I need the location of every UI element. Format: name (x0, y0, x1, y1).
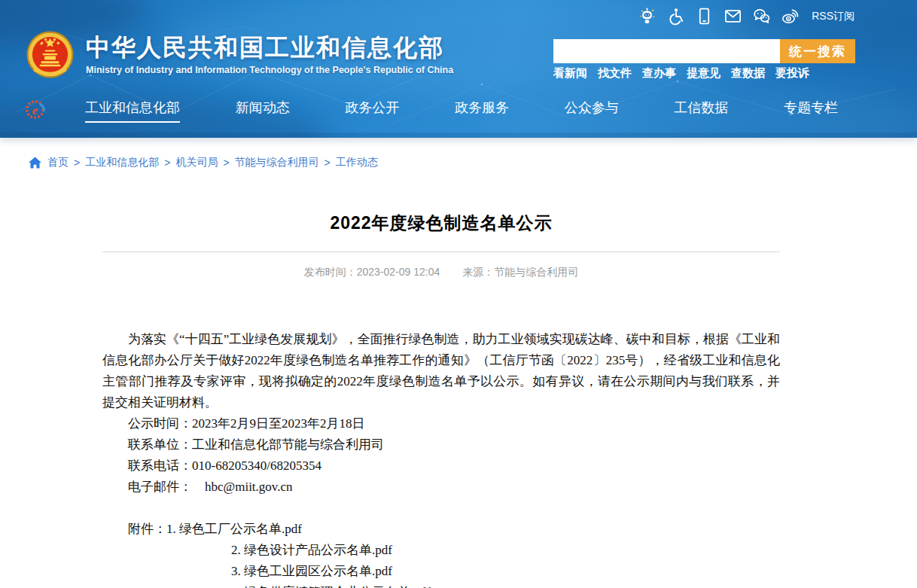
breadcrumb-departments[interactable]: 机关司局 (175, 156, 218, 169)
quick-link-news[interactable]: 看新闻 (553, 66, 587, 81)
nav-item-industry-data[interactable]: 工信数据 (674, 99, 728, 123)
unified-search-button[interactable]: 统一搜索 (780, 39, 855, 63)
weibo-icon[interactable] (781, 7, 800, 26)
article-content: 2022年度绿色制造名单公示 发布时间：2023-02-09 12:04来源：节… (102, 212, 780, 588)
article-body: 为落实《“十四五”工业绿色发展规划》，全面推行绿色制造，助力工业领域实现碳达峰、… (102, 329, 780, 588)
attachment-link-3[interactable]: 3. 绿色工业园区公示名单.pdf (102, 561, 780, 582)
breadcrumb-separator: > (74, 157, 80, 169)
svg-text:e: e (32, 102, 38, 117)
contact-email-line: 电子邮件： hbc@miit.gov.cn (102, 477, 780, 498)
breadcrumb: 首页 > 工业和信息化部 > 机关司局 > 节能与综合利用司 > 工作动态 (0, 138, 917, 175)
home-icon[interactable] (29, 157, 41, 169)
attachments-list: 附件：1. 绿色工厂公示名单.pdf 2. 绿色设计产品公示名单.pdf 3. … (102, 519, 780, 588)
breadcrumb-separator: > (223, 157, 229, 169)
mobile-icon[interactable] (695, 7, 714, 26)
attachment-link-1[interactable]: 1. 绿色工厂公示名单.pdf (166, 522, 302, 536)
breadcrumb-miit[interactable]: 工业和信息化部 (85, 156, 159, 169)
breadcrumb-separator: > (164, 157, 170, 169)
miit-e-logo-icon: e (22, 96, 50, 123)
nav-item-gov-services[interactable]: 政务服务 (455, 99, 509, 123)
nav-item-special-topics[interactable]: 专题专栏 (784, 99, 838, 123)
publish-time: 发布时间：2023-02-09 12:04 (304, 266, 440, 278)
quick-link-data[interactable]: 查数据 (731, 66, 765, 81)
page-title: 2022年度绿色制造名单公示 (102, 212, 780, 235)
article-meta: 发布时间：2023-02-09 12:04来源：节能与综合利用司 (102, 266, 780, 279)
article-paragraph: 为落实《“十四五”工业绿色发展规划》，全面推行绿色制造，助力工业领域实现碳达峰、… (102, 329, 780, 413)
search-box: 统一搜索 (553, 39, 855, 63)
quick-link-complaints[interactable]: 要投诉 (775, 66, 809, 81)
title-divider (102, 251, 780, 252)
quick-link-suggestions[interactable]: 提意见 (687, 66, 720, 81)
breadcrumb-home[interactable]: 首页 (47, 156, 69, 169)
national-emblem-logo (26, 31, 74, 78)
nav-item-miit[interactable]: 工业和信息化部 (85, 99, 180, 123)
publicity-period-line: 公示时间：2023年2月9日至2023年2月18日 (102, 413, 780, 434)
attachment-row: 附件：1. 绿色工厂公示名单.pdf (102, 519, 780, 540)
site-header: RSS订阅 中华人民共和国工业和信息化部 Ministr (0, 0, 917, 138)
rss-subscribe-link[interactable]: RSS订阅 (812, 10, 855, 23)
breadcrumb-work-updates[interactable]: 工作动态 (336, 156, 378, 169)
quick-links: 看新闻 找文件 查办事 提意见 查数据 要投诉 (553, 66, 809, 81)
attachment-link-4[interactable]: 4. 绿色供应链管理企业公示名单.pdf (102, 582, 780, 588)
robot-assistant-icon[interactable] (638, 7, 657, 26)
breadcrumb-separator: > (324, 157, 331, 169)
attachment-link-2[interactable]: 2. 绿色设计产品公示名单.pdf (102, 540, 780, 561)
quick-link-services[interactable]: 查办事 (642, 66, 676, 81)
breadcrumb-energy-dept[interactable]: 节能与综合利用司 (235, 156, 319, 169)
search-input[interactable] (553, 39, 780, 63)
article-source: 来源：节能与综合利用司 (462, 266, 578, 278)
accessibility-icon[interactable] (666, 7, 685, 26)
nav-item-public-participation[interactable]: 公众参与 (565, 99, 619, 123)
wechat-icon[interactable] (752, 7, 771, 26)
nav-item-gov-affairs[interactable]: 政务公开 (345, 99, 399, 123)
site-brand[interactable]: 中华人民共和国工业和信息化部 Ministry of Industry and … (26, 31, 453, 78)
nav-item-news[interactable]: 新闻动态 (236, 99, 290, 123)
quick-link-documents[interactable]: 找文件 (598, 66, 632, 81)
contact-unit-line: 联系单位：工业和信息化部节能与综合利用司 (102, 434, 780, 455)
attachments-label: 附件： (128, 522, 166, 536)
main-nav: 工业和信息化部 新闻动态 政务公开 政务服务 公众参与 工信数据 专题专栏 (85, 99, 838, 123)
brand-text: 中华人民共和国工业和信息化部 Ministry of Industry and … (86, 34, 453, 75)
topbar-utility-links: RSS订阅 (638, 7, 855, 26)
ministry-title: 中华人民共和国工业和信息化部 (86, 34, 453, 61)
contact-phone-line: 联系电话：010-68205340/68205354 (102, 455, 780, 477)
mail-icon[interactable] (724, 7, 742, 26)
ministry-subtitle-en: Ministry of Industry and Information Tec… (86, 65, 453, 75)
